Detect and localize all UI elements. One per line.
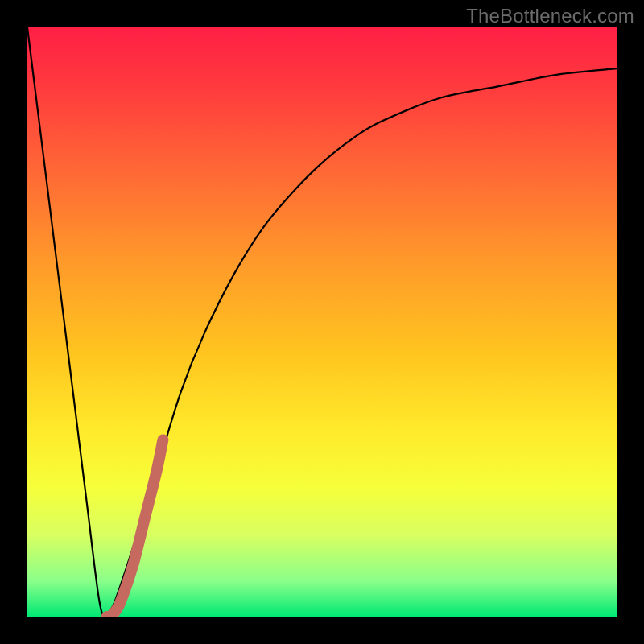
chart-overlay [27,27,617,617]
curve-line [27,27,617,617]
plot-area [27,27,617,617]
watermark-text: TheBottleneck.com [466,5,634,27]
chart-frame: TheBottleneck.com [0,0,644,644]
accent-segment [107,440,163,617]
